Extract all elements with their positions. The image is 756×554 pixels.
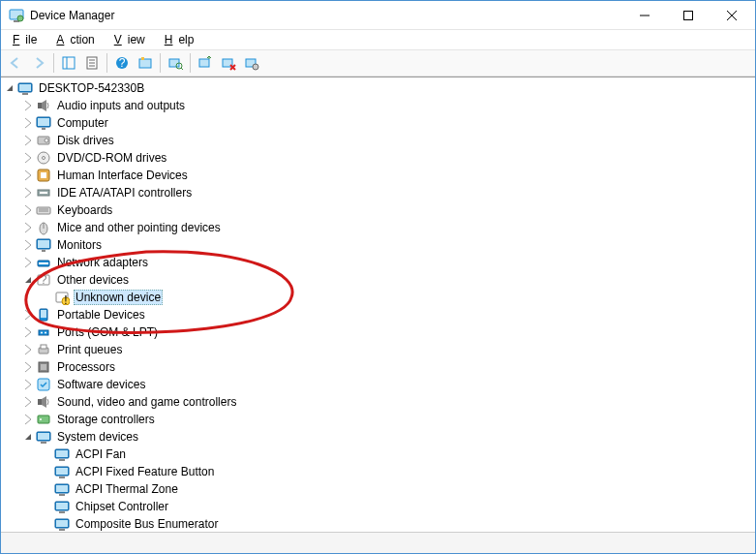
tree-device[interactable]: ACPI Thermal Zone: [3, 480, 755, 498]
tree-device[interactable]: Composite Bus Enumerator: [3, 515, 755, 532]
expand-arrow-icon[interactable]: [21, 151, 35, 165]
mouse-icon: [36, 220, 51, 235]
forward-button[interactable]: [28, 52, 49, 74]
collapse-arrow-icon[interactable]: [21, 273, 35, 287]
expand-arrow-icon[interactable]: [21, 203, 35, 217]
tree-category[interactable]: Software devices: [3, 376, 755, 393]
add-legacy-button[interactable]: [241, 52, 262, 74]
monitor-icon: [36, 115, 51, 131]
device-tree[interactable]: DESKTOP-542330BAudio inputs and outputsC…: [1, 77, 755, 532]
svg-point-45: [17, 15, 23, 21]
close-button[interactable]: [710, 1, 753, 29]
tree-label[interactable]: IDE ATA/ATAPI controllers: [55, 186, 194, 200]
tree-label[interactable]: ACPI Fixed Feature Button: [74, 465, 216, 478]
tree-label[interactable]: Software devices: [55, 378, 147, 391]
tree-category[interactable]: Human Interface Devices: [3, 167, 755, 184]
svg-rect-50: [63, 57, 75, 69]
tree-label[interactable]: Human Interface Devices: [55, 169, 190, 182]
tree-label[interactable]: Unknown device: [74, 290, 163, 305]
tree-label[interactable]: Print queues: [55, 343, 124, 356]
tree-category[interactable]: Keyboards: [3, 201, 755, 219]
menu-file[interactable]: File: [7, 32, 48, 47]
tree-device[interactable]: ACPI Fixed Feature Button: [3, 463, 755, 480]
tree-category[interactable]: Print queues: [3, 341, 755, 358]
expand-arrow-icon[interactable]: [21, 186, 35, 200]
svg-rect-63: [199, 59, 209, 67]
expand-arrow-icon[interactable]: [21, 116, 35, 130]
update-driver-button[interactable]: [195, 52, 216, 74]
expand-arrow-icon[interactable]: [21, 99, 35, 112]
menu-action[interactable]: Action: [50, 32, 106, 47]
tree-label[interactable]: Monitors: [55, 238, 104, 252]
minimize-button[interactable]: [622, 1, 666, 29]
tree-category[interactable]: Sound, video and game controllers: [3, 393, 755, 411]
show-hidden-button[interactable]: [135, 52, 156, 74]
tree-label[interactable]: Keyboards: [55, 203, 114, 217]
tree-category[interactable]: System devices: [3, 428, 755, 446]
tree-category[interactable]: Processors: [3, 358, 755, 376]
tree-device[interactable]: Chipset Controller: [3, 498, 755, 515]
tree-label[interactable]: Sound, video and game controllers: [55, 395, 238, 409]
tree-device[interactable]: ACPI Fan: [3, 446, 755, 463]
tree-label[interactable]: Audio inputs and outputs: [55, 99, 187, 112]
tree-category[interactable]: DVD/CD-ROM drives: [3, 149, 755, 167]
tree-label[interactable]: System devices: [55, 430, 140, 444]
tree-category[interactable]: Ports (COM & LPT): [3, 323, 755, 341]
tree-label[interactable]: ACPI Fan: [74, 447, 128, 461]
expand-arrow-icon[interactable]: [21, 395, 35, 409]
tree-label[interactable]: Mice and other pointing devices: [55, 221, 223, 234]
collapse-arrow-icon[interactable]: [21, 430, 35, 444]
expand-arrow-icon[interactable]: [21, 413, 35, 426]
expand-arrow-icon[interactable]: [21, 378, 35, 391]
tree-label[interactable]: Portable Devices: [55, 308, 147, 322]
system-icon: [54, 464, 70, 479]
expand-arrow-icon[interactable]: [21, 238, 35, 252]
properties-button[interactable]: [81, 52, 103, 74]
tree-label[interactable]: Computer: [55, 116, 110, 130]
tree-label[interactable]: Other devices: [55, 273, 131, 287]
tree-category[interactable]: Other devices: [3, 271, 755, 289]
expand-arrow-icon[interactable]: [21, 256, 35, 269]
tree-label[interactable]: DESKTOP-542330B: [37, 81, 146, 95]
expand-arrow-icon[interactable]: [21, 221, 35, 234]
status-bar: [1, 532, 755, 553]
maximize-button[interactable]: [666, 1, 710, 29]
tree-label[interactable]: Network adapters: [55, 256, 150, 269]
tree-category[interactable]: Network adapters: [3, 254, 755, 271]
collapse-arrow-icon[interactable]: [3, 81, 16, 95]
tree-category[interactable]: Disk drives: [3, 132, 755, 149]
tree-category[interactable]: Monitors: [3, 236, 755, 254]
expand-arrow-icon[interactable]: [21, 325, 35, 339]
tree-label[interactable]: Processors: [55, 360, 117, 374]
expand-arrow-icon[interactable]: [21, 360, 35, 374]
tree-root[interactable]: DESKTOP-542330B: [3, 79, 755, 97]
tree-device[interactable]: Unknown device: [3, 289, 755, 306]
menu-help[interactable]: Help: [159, 32, 206, 47]
tree-category[interactable]: Mice and other pointing devices: [3, 219, 755, 236]
uninstall-button[interactable]: [218, 52, 239, 74]
back-button[interactable]: [5, 52, 26, 74]
expand-arrow-icon[interactable]: [21, 343, 35, 356]
menu-view[interactable]: View: [108, 32, 157, 47]
tree-label[interactable]: Ports (COM & LPT): [55, 325, 160, 339]
system-icon: [54, 516, 70, 532]
help-button[interactable]: ?: [111, 52, 133, 74]
tree-label[interactable]: Composite Bus Enumerator: [74, 517, 220, 531]
tree-label[interactable]: DVD/CD-ROM drives: [55, 151, 168, 165]
expand-arrow-icon[interactable]: [21, 169, 35, 182]
scan-button[interactable]: [165, 52, 186, 74]
expand-arrow-icon[interactable]: [21, 308, 35, 322]
tree-category[interactable]: Portable Devices: [3, 306, 755, 323]
tree-category[interactable]: IDE ATA/ATAPI controllers: [3, 184, 755, 201]
tree-label[interactable]: Chipset Controller: [74, 500, 170, 513]
expand-arrow-icon[interactable]: [21, 134, 35, 147]
tree-label[interactable]: Storage controllers: [55, 413, 157, 426]
arrow-spacer: [40, 500, 53, 513]
console-tree-button[interactable]: [58, 52, 79, 74]
tree-category[interactable]: Storage controllers: [3, 411, 755, 428]
tree-category[interactable]: Computer: [3, 114, 755, 132]
system-icon: [36, 429, 51, 445]
tree-label[interactable]: ACPI Thermal Zone: [74, 482, 180, 496]
tree-label[interactable]: Disk drives: [55, 134, 116, 147]
tree-category[interactable]: Audio inputs and outputs: [3, 97, 755, 114]
